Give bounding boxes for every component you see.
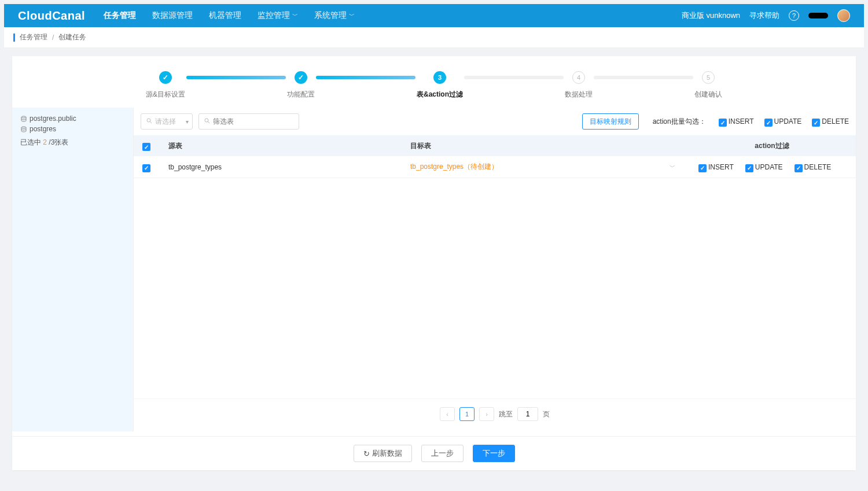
step-1-label: 源&目标设置 <box>146 90 185 99</box>
row-checkbox[interactable] <box>142 164 150 172</box>
select-all-checkbox[interactable] <box>142 143 150 151</box>
chevron-down-icon: ﹀ <box>670 163 675 171</box>
main-card: 源&目标设置 功能配置 3表&action过滤 4数据处理 5创建确认 post… <box>12 56 856 470</box>
row-insert-checkbox[interactable]: INSERT <box>698 163 734 171</box>
svg-point-2 <box>147 119 150 122</box>
nav-items: 任务管理 数据源管理 机器管理 监控管理﹀ 系统管理﹀ <box>104 4 355 27</box>
row-target-select[interactable]: tb_postgre_types（待创建） ﹀ <box>406 162 688 172</box>
pagination: ‹ 1 › 跳至 页 <box>134 398 856 431</box>
logo: CloudCanal <box>18 9 85 23</box>
step-2-label: 功能配置 <box>287 90 315 99</box>
step-bar-4 <box>594 76 693 79</box>
bulk-delete-checkbox[interactable]: DELETE <box>812 117 849 125</box>
row-delete-checkbox[interactable]: DELETE <box>795 163 832 171</box>
svg-line-3 <box>150 121 152 123</box>
jump-input[interactable] <box>517 407 538 421</box>
breadcrumb-root[interactable]: 任务管理 <box>20 32 47 42</box>
table-header: 源表 目标表 action过滤 <box>134 135 856 156</box>
search-input-wrap[interactable] <box>198 113 299 130</box>
th-source: 源表 <box>160 141 406 151</box>
steps: 源&目标设置 功能配置 3表&action过滤 4数据处理 5创建确认 <box>12 56 856 106</box>
svg-line-5 <box>208 121 209 123</box>
db-line-2[interactable]: postgres <box>20 125 125 133</box>
nav-task[interactable]: 任务管理 <box>104 4 136 27</box>
db-name-1: postgres.public <box>30 115 76 123</box>
checkbox-checked-icon <box>764 119 773 127</box>
redaction-pill <box>808 13 828 19</box>
nav-right: 商业版 vunknown 寻求帮助 ? <box>682 4 850 27</box>
checkbox-checked-icon <box>745 164 753 172</box>
breadcrumb: 任务管理 / 创建任务 <box>4 27 864 48</box>
step-5-icon: 5 <box>702 71 715 84</box>
database-icon <box>20 126 26 132</box>
page-suffix: 页 <box>543 409 550 419</box>
nav-machine[interactable]: 机器管理 <box>209 4 241 27</box>
step-5-label: 创建确认 <box>694 90 722 99</box>
bulk-update-checkbox[interactable]: UPDATE <box>764 117 802 125</box>
svg-point-4 <box>205 119 208 122</box>
nav-datasource[interactable]: 数据源管理 <box>152 4 193 27</box>
checkbox-checked-icon <box>698 164 707 172</box>
breadcrumb-indicator <box>13 34 15 42</box>
chevron-down-icon: ﹀ <box>292 12 298 20</box>
th-target: 目标表 <box>406 141 688 151</box>
step-bar-1 <box>186 76 286 79</box>
page-prev-button[interactable]: ‹ <box>440 407 455 421</box>
nav-system[interactable]: 系统管理﹀ <box>314 4 355 27</box>
checkbox-checked-icon <box>719 119 727 127</box>
content-panel: 请选择 ▾ 目标映射规则 action批量勾选： INSERT UPDATE D… <box>134 108 856 431</box>
bulk-action-label: action批量勾选： <box>653 117 706 127</box>
help-link[interactable]: 寻求帮助 <box>749 10 779 21</box>
svg-point-0 <box>21 116 26 118</box>
search-icon <box>146 117 153 126</box>
row-update-checkbox[interactable]: UPDATE <box>745 163 783 171</box>
database-icon <box>20 116 26 121</box>
selection-count: 已选中 2 /3张表 <box>20 138 125 147</box>
filter-select-placeholder: 请选择 <box>155 117 176 127</box>
filter-select[interactable]: 请选择 ▾ <box>141 113 193 130</box>
help-icon[interactable]: ? <box>789 10 799 21</box>
step-3-icon: 3 <box>433 71 446 84</box>
footer-bar: ↻ 刷新数据 上一步 下一步 <box>12 436 856 470</box>
next-step-button[interactable]: 下一步 <box>473 445 515 462</box>
jump-label: 跳至 <box>499 409 513 419</box>
row-actions: INSERT UPDATE DELETE <box>688 163 856 171</box>
version-label: 商业版 vunknown <box>682 10 740 21</box>
step-4-label: 数据处理 <box>565 90 593 99</box>
step-bar-2 <box>316 76 415 79</box>
table: 源表 目标表 action过滤 tb_postgre_types tb_post… <box>134 135 856 178</box>
nav-monitor[interactable]: 监控管理﹀ <box>258 4 298 27</box>
search-icon <box>204 117 211 126</box>
side-panel: postgres.public postgres 已选中 2 /3张表 <box>12 108 134 431</box>
step-1-icon <box>159 71 172 84</box>
step-4-icon: 4 <box>572 71 585 84</box>
refresh-icon: ↻ <box>363 449 370 458</box>
breadcrumb-current: 创建任务 <box>58 32 86 42</box>
prev-step-button[interactable]: 上一步 <box>421 445 464 462</box>
db-line-1[interactable]: postgres.public <box>20 115 125 123</box>
svg-point-1 <box>21 127 26 128</box>
table-row: tb_postgre_types tb_postgre_types（待创建） ﹀… <box>134 156 856 178</box>
page-next-button[interactable]: › <box>479 407 494 421</box>
search-input[interactable] <box>213 117 300 125</box>
step-2-icon <box>295 71 307 84</box>
th-action: action过滤 <box>688 141 856 151</box>
chevron-down-icon: ﹀ <box>349 12 355 20</box>
step-3-label: 表&action过滤 <box>417 90 463 99</box>
step-bar-3 <box>464 76 564 79</box>
checkbox-checked-icon <box>795 164 803 172</box>
toolbar: 请选择 ▾ 目标映射规则 action批量勾选： INSERT UPDATE D… <box>134 108 856 135</box>
avatar[interactable] <box>837 9 850 22</box>
refresh-button[interactable]: ↻ 刷新数据 <box>354 445 412 462</box>
page-number[interactable]: 1 <box>459 407 475 421</box>
top-nav: CloudCanal 任务管理 数据源管理 机器管理 监控管理﹀ 系统管理﹀ 商… <box>4 4 864 27</box>
mapping-rule-button[interactable]: 目标映射规则 <box>582 113 639 130</box>
checkbox-checked-icon <box>812 119 820 127</box>
db-name-2: postgres <box>30 125 56 133</box>
bulk-insert-checkbox[interactable]: INSERT <box>719 117 754 125</box>
row-source: tb_postgre_types <box>160 163 406 171</box>
chevron-down-icon: ▾ <box>186 119 189 125</box>
